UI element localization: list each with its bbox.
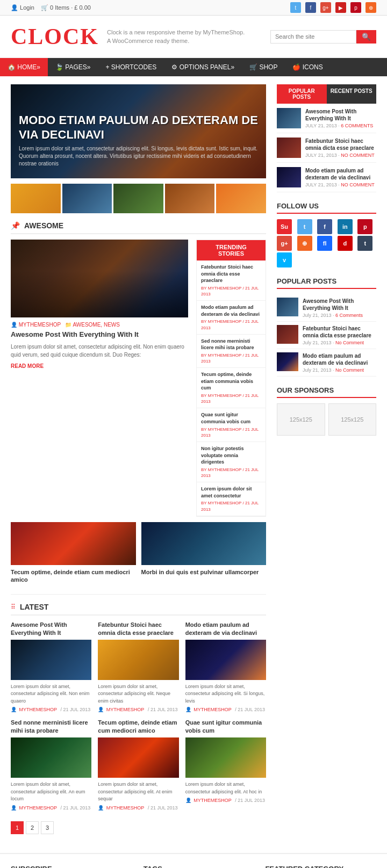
thumb-5[interactable] [216, 184, 266, 213]
popular-comments-2[interactable]: No Comment [335, 340, 364, 345]
follow-flickr[interactable]: fl [317, 236, 332, 251]
latest-post-image-1[interactable] [11, 640, 91, 680]
awesome-post-title[interactable]: Awesome Post With Everything With It [11, 330, 188, 339]
thumb-2[interactable] [62, 184, 112, 213]
trending-item-4[interactable]: Tecum optime, deinde etiam communia vobi… [197, 368, 266, 408]
featured-category-title: Featured Category [265, 865, 376, 869]
popular-comments-1[interactable]: 6 Comments [335, 313, 363, 318]
latest-post-title-4[interactable]: Sed nonne merninisti licere mihi ista pr… [11, 719, 91, 734]
latest-post-4: Sed nonne merninisti licere mihi ista pr… [11, 719, 91, 810]
follow-gplus-2[interactable]: g+ [277, 236, 292, 251]
tags-tweets-widget: Tags Animepolis Brewtine Hooppler Noelnd… [144, 865, 255, 869]
follow-delicious[interactable]: d [338, 236, 353, 251]
trending-item-1[interactable]: Fatebuntur Stoici haec omnia dicta esse … [197, 261, 266, 301]
tab-recent-posts[interactable]: RECENT POSTS [327, 84, 377, 104]
latest-post-image-3[interactable] [185, 640, 266, 680]
sidebar-post-title-2[interactable]: Fatebuntur Stoici haec omnia dicta esse … [305, 138, 376, 151]
tab-popular-posts[interactable]: POPULAR POSTS [277, 84, 327, 104]
latest-excerpt-2: Lorem ipsum dolor sit amet, consectetur … [98, 683, 178, 705]
sidebar-post-title-3[interactable]: Modo etiam paulum ad dexteram de via dec… [305, 167, 376, 181]
search-button[interactable]: 🔍 [356, 30, 376, 44]
gplus-icon[interactable]: g+ [320, 2, 331, 13]
latest-post-title-3[interactable]: Modo etiam paulum ad dexteram de via dec… [185, 621, 266, 636]
sponsor-1[interactable]: 125x125 [277, 403, 325, 436]
latest-post-title-2[interactable]: Fatebuntur Stoici haec omnia dicta esse … [98, 621, 178, 636]
page-3[interactable]: 3 [41, 821, 54, 834]
page-2[interactable]: 2 [26, 821, 39, 834]
follow-facebook-2[interactable]: f [317, 219, 332, 234]
youtube-icon[interactable]: ▶ [335, 2, 346, 13]
popular-comments-3[interactable]: No Comment [335, 367, 364, 373]
follow-us-title: Follow Us [277, 202, 376, 214]
facebook-icon[interactable]: f [305, 2, 316, 13]
follow-vimeo[interactable]: v [277, 252, 292, 267]
sidebar-comments-2[interactable]: NO COMMENT [341, 153, 375, 158]
latest-post-image-5[interactable] [98, 737, 178, 778]
twitter-icon[interactable]: t [290, 2, 301, 13]
latest-post-image-6[interactable] [185, 737, 266, 778]
nav-options[interactable]: ⚙ OPTIONS PANEL» [164, 58, 242, 76]
site-logo[interactable]: CLOCK [11, 24, 99, 49]
sidebar-post-thumb-1[interactable] [277, 108, 301, 128]
hero-main[interactable]: MODO ETIAM PAULUM AD DEXTERAM DE VIA DEC… [11, 84, 266, 178]
sidebar-comments-1[interactable]: 6 COMMENTS [341, 123, 373, 128]
latest-post-title-1[interactable]: Awesome Post With Everything With It [11, 621, 91, 636]
trending-item-3[interactable]: Sed nonne merninisti licere mihi ista pr… [197, 335, 266, 368]
follow-twitter-2[interactable]: t [297, 219, 312, 234]
popular-post-title-1[interactable]: Awesome Post With Everything With It [303, 298, 376, 312]
nav-pages[interactable]: 🍃 PAGES» [48, 58, 98, 76]
popular-post-thumb-3[interactable] [277, 352, 298, 371]
latest-section: ⠿ LATEST Awesome Post With Everything Wi… [11, 603, 266, 810]
trending-item-6[interactable]: Non igitur potestis voluptate omnia diri… [197, 442, 266, 482]
thumb-1[interactable] [11, 184, 61, 213]
pinterest-icon[interactable]: p [350, 2, 361, 13]
sidebar-post-thumb-2[interactable] [277, 138, 301, 158]
trending-box: TRENDING STORIES Fatebuntur Stoici haec … [196, 240, 266, 517]
sidebar-post-3: Modo etiam paulum ad dexteram de via dec… [277, 163, 376, 192]
sub-post-image-2[interactable] [141, 522, 267, 565]
sidebar-comments-3[interactable]: NO COMMENT [341, 182, 375, 187]
sponsor-2[interactable]: 125x125 [328, 403, 377, 436]
rss-icon[interactable]: ⊕ [366, 2, 376, 13]
sub-post-title-1[interactable]: Tecum optime, deinde etiam cum mediocri … [11, 568, 136, 584]
follow-rss-2[interactable]: ⊕ [297, 236, 312, 251]
thumb-3[interactable] [113, 184, 163, 213]
thumb-4[interactable] [165, 184, 215, 213]
nav-home[interactable]: 🏠 HOME» [0, 58, 48, 76]
latest-post-1: Awesome Post With Everything With It Lor… [11, 621, 91, 712]
trending-title-5: Quae sunt igitur communia vobis cum [201, 411, 261, 425]
trending-item-5[interactable]: Quae sunt igitur communia vobis cum BY M… [197, 408, 266, 442]
sub-post-image-1[interactable] [11, 522, 136, 565]
popular-post-meta-1: July 21, 2013 · 6 Comments [303, 313, 376, 318]
sidebar-post-title-1[interactable]: Awesome Post With Everything With It [305, 108, 376, 122]
trending-title-7: Lorem ipsum dolor sit amet consectetur [201, 486, 261, 499]
follow-pinterest-2[interactable]: p [357, 219, 372, 234]
nav-icons[interactable]: 🍎 ICONS [285, 58, 330, 76]
latest-post-image-4[interactable] [11, 737, 91, 778]
popular-post-thumb-2[interactable] [277, 325, 298, 344]
latest-post-image-2[interactable] [98, 640, 178, 680]
awesome-featured-image[interactable] [11, 240, 188, 317]
follow-tumblr[interactable]: t [357, 236, 372, 251]
login-link[interactable]: 👤 Login [11, 4, 34, 11]
follow-linkedin[interactable]: in [338, 219, 353, 234]
trending-item-7[interactable]: Lorem ipsum dolor sit amet consectetur B… [197, 482, 266, 516]
nav-shortcodes[interactable]: + SHORTCODES [98, 58, 164, 76]
latest-post-title-6[interactable]: Quae sunt igitur communia vobis cum [185, 719, 266, 734]
sub-post-title-2[interactable]: Morbi in dui quis est pulvinar ullamcorp… [141, 568, 267, 576]
page-1[interactable]: 1 [11, 821, 24, 834]
popular-post-thumb-1[interactable] [277, 298, 298, 316]
read-more-link[interactable]: READ MORE [11, 363, 44, 369]
popular-post-title-2[interactable]: Fatebuntur Stoici haec omnia dicta esse … [303, 325, 376, 339]
latest-post-title-5[interactable]: Tecum optime, deinde etiam cum mediocri … [98, 719, 178, 734]
nav-shop[interactable]: 🛒 SHOP [242, 58, 285, 76]
sidebar-post-thumb-3[interactable] [277, 167, 301, 187]
follow-stumble[interactable]: Su [277, 219, 292, 234]
latest-section-header: ⠿ LATEST [11, 603, 266, 616]
sponsors-title: Our Sponsors [277, 386, 376, 398]
cart-link[interactable]: 🛒 0 Items · £ 0.00 [41, 4, 91, 11]
popular-post-title-3[interactable]: Modo etiam paulum ad dexteram de via dec… [303, 352, 376, 366]
sponsors-grid: 125x125 125x125 [277, 403, 376, 436]
search-input[interactable] [270, 30, 356, 44]
trending-item-2[interactable]: Modo etiam paulum ad dexteram de via dec… [197, 301, 266, 335]
